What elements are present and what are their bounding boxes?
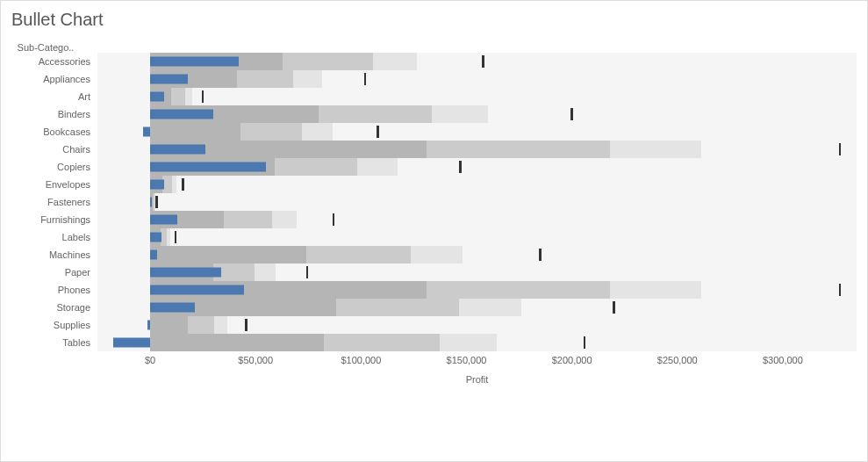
category-label: Fasteners xyxy=(1,197,97,207)
profit-bar xyxy=(150,75,188,84)
plot-cell xyxy=(97,246,857,263)
plot-cell xyxy=(97,281,857,299)
profit-bar xyxy=(113,338,151,348)
x-tick: $50,000 xyxy=(238,355,273,365)
plot-cell xyxy=(97,316,857,334)
target-marker xyxy=(377,126,379,138)
target-marker xyxy=(245,319,247,331)
chart-row: Envelopes xyxy=(1,176,857,193)
chart-row: Supplies xyxy=(1,316,857,334)
target-marker xyxy=(839,143,842,155)
target-marker xyxy=(175,231,177,243)
chart-row: Labels xyxy=(1,228,857,246)
target-marker xyxy=(839,284,842,296)
category-label: Paper xyxy=(1,267,97,278)
plot-cell xyxy=(97,176,857,193)
chart-row: Machines xyxy=(1,246,857,263)
target-marker xyxy=(459,161,462,173)
plot-cell xyxy=(97,228,857,246)
profit-bar xyxy=(150,198,152,207)
x-tick: $300,000 xyxy=(763,355,803,365)
profit-bar xyxy=(147,321,150,330)
profit-bar xyxy=(150,303,194,313)
target-marker xyxy=(306,266,309,278)
plot-cell xyxy=(97,263,857,281)
target-marker xyxy=(584,336,586,349)
x-tick: $0 xyxy=(145,355,155,365)
profit-bar xyxy=(150,145,204,155)
profit-bar xyxy=(150,92,164,102)
target-marker xyxy=(539,249,542,261)
range-band-dark xyxy=(150,334,324,351)
category-label: Envelopes xyxy=(1,179,97,190)
plot-cell xyxy=(97,105,857,123)
chart-row: Furnishings xyxy=(1,211,857,228)
range-band-dark xyxy=(150,316,188,334)
x-tick: $100,000 xyxy=(341,355,381,365)
chart-row: Art xyxy=(1,88,857,105)
range-band-dark xyxy=(150,246,306,263)
chart-row: Storage xyxy=(1,299,857,316)
target-marker xyxy=(202,90,204,103)
plot-cell xyxy=(97,334,857,351)
bullet-chart: Sub-Catego.. AccessoriesAppliancesArtBin… xyxy=(1,37,867,385)
chart-row: Tables xyxy=(1,334,857,351)
profit-bar xyxy=(150,233,161,242)
plot-cell xyxy=(97,158,857,176)
chart-row: Chairs xyxy=(1,141,857,158)
category-label: Storage xyxy=(1,302,97,313)
profit-bar xyxy=(150,285,244,295)
chart-row: Copiers xyxy=(1,158,857,176)
plot-cell xyxy=(97,141,857,158)
plot-cell xyxy=(97,193,857,211)
target-marker xyxy=(333,213,335,226)
target-marker xyxy=(155,196,158,208)
profit-bar xyxy=(150,250,157,260)
category-label: Copiers xyxy=(1,162,97,172)
range-band-dark xyxy=(150,123,240,141)
plot-cell xyxy=(97,53,857,70)
target-marker xyxy=(364,73,367,85)
profit-bar xyxy=(150,57,239,67)
profit-bar xyxy=(150,162,266,172)
x-axis: $0$50,000$100,000$150,000$200,000$250,00… xyxy=(97,353,857,371)
category-label: Appliances xyxy=(1,74,97,84)
chart-row: Accessories xyxy=(1,53,857,70)
chart-row: Binders xyxy=(1,105,857,123)
plot-cell xyxy=(97,88,857,105)
profit-bar xyxy=(150,110,213,119)
category-label: Tables xyxy=(1,337,97,348)
chart-row: Bookcases xyxy=(1,123,857,141)
category-label: Furnishings xyxy=(1,214,97,225)
y-axis-header: Sub-Catego.. xyxy=(1,42,97,53)
category-label: Binders xyxy=(1,109,97,119)
x-tick: $150,000 xyxy=(447,355,487,365)
profit-bar xyxy=(150,180,164,190)
plot-cell xyxy=(97,123,857,141)
target-marker xyxy=(613,301,615,314)
category-label: Phones xyxy=(1,285,97,295)
category-label: Supplies xyxy=(1,320,97,330)
plot-cell xyxy=(97,70,857,88)
category-label: Chairs xyxy=(1,144,97,155)
profit-bar xyxy=(143,127,150,137)
x-tick: $200,000 xyxy=(552,355,592,365)
target-marker xyxy=(482,55,484,68)
chart-row: Paper xyxy=(1,263,857,281)
category-label: Accessories xyxy=(1,56,97,67)
page-title: Bullet Chart xyxy=(1,1,867,37)
profit-bar xyxy=(150,215,177,225)
x-tick: $250,000 xyxy=(657,355,698,365)
plot-cell xyxy=(97,299,857,316)
chart-row: Fasteners xyxy=(1,193,857,211)
profit-bar xyxy=(150,268,220,278)
target-marker xyxy=(182,178,184,191)
chart-row: Appliances xyxy=(1,70,857,88)
category-label: Bookcases xyxy=(1,126,97,137)
x-axis-label: Profit xyxy=(97,374,857,385)
category-label: Art xyxy=(1,91,97,102)
category-label: Machines xyxy=(1,249,97,260)
target-marker xyxy=(570,108,573,120)
plot-cell xyxy=(97,211,857,228)
chart-row: Phones xyxy=(1,281,857,299)
